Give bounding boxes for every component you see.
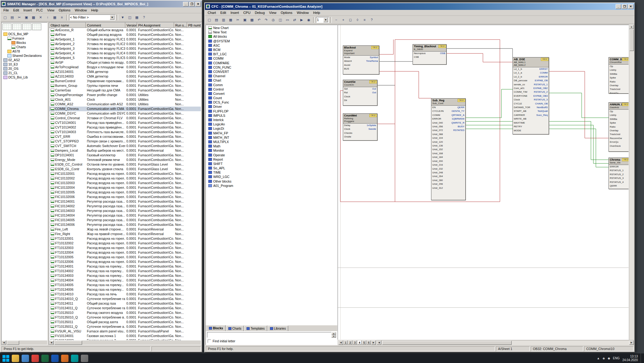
sheet-icon[interactable]: ◊ [354, 17, 361, 23]
zoom-combobox[interactable]: 1 ▼ [316, 17, 329, 23]
menu-cpu[interactable]: CPU [241, 10, 252, 15]
menu-insert[interactable]: Insert [228, 10, 241, 15]
tree-item-blocks[interactable]: Blocks [2, 40, 47, 45]
block-port-row[interactable]: Unst_232 [431, 167, 465, 171]
function-block-sub-reg[interactable]: Sub_RegSub_ContOB32ENQERRCYCLE/INGENTA_T… [431, 98, 466, 200]
scroll-left-icon[interactable]: ◀ [2, 340, 6, 345]
canvas-vertical-scrollbar[interactable]: ▲ [629, 25, 634, 340]
block-port-row[interactable]: Listrip [609, 68, 629, 72]
table-row[interactable]: AirSetpoint_4Уставка по воздуху FLIC40.0… [49, 51, 201, 56]
tree-item-charts[interactable]: Charts [2, 45, 47, 49]
block-port-row[interactable]: Unst_088 [431, 133, 465, 136]
table-row[interactable]: FT10132001Расход воздуха на горел...0.00… [49, 236, 201, 241]
sheet-page-2[interactable]: 2 [348, 340, 352, 344]
tree-item-20-os[interactable]: 20_OS [2, 66, 47, 71]
catalog-item-report[interactable]: Report [206, 157, 337, 162]
block-port-row[interactable]: Unst_072RSTATED [431, 129, 465, 132]
block-port-row[interactable]: ClockSeedle [343, 127, 377, 131]
language-indicator[interactable]: ENG [613, 357, 620, 360]
catalog-item-count[interactable]: Count [206, 96, 337, 100]
block-port-row[interactable]: ERROR1QBRMSW [431, 117, 465, 121]
block-port-row[interactable]: Ld_2_bERROR [513, 75, 549, 79]
block-port-row[interactable]: ErrorQu [609, 91, 629, 94]
block-port-row[interactable]: Unst_168 [431, 152, 465, 155]
menu-window[interactable]: Window [73, 8, 89, 13]
maximize-button[interactable]: ❐ [189, 2, 195, 6]
catalog-item-compare[interactable]: COMPARE [206, 61, 337, 65]
new-icon[interactable]: ▢ [2, 15, 8, 20]
tree-item-dcs-boi-mp[interactable]: DCS_Boi_MP [2, 32, 47, 36]
block-port-row[interactable]: RSTATUS_2 [609, 173, 629, 176]
tab-charts[interactable]: Charts [226, 326, 244, 331]
catalog-item-math-int[interactable]: MATH_INT [206, 135, 337, 140]
block-port-row[interactable]: SIMBa [609, 72, 629, 76]
block-port-row[interactable]: Unst_120 [431, 140, 465, 144]
table-row[interactable]: FVSUR_AL_VISUFurnace alarm panel visu...… [49, 329, 201, 334]
table-row[interactable]: FT10135010_QСуточное потребление в...0.0… [49, 315, 201, 320]
table-row[interactable]: FT10132002Расход воздуха на горел...0.00… [49, 241, 201, 246]
scroll-up-icon[interactable]: ▲ [629, 25, 634, 29]
menu-plc[interactable]: PLC [34, 8, 45, 13]
tree-item-dcs-boi-lib[interactable]: DCS_Boi_Lib [2, 75, 47, 79]
table-row[interactable]: CVT_ERRОшибка в согласовании...0.0001Fur… [49, 134, 201, 139]
chart-thumbnail[interactable] [32, 23, 41, 30]
scrollbar-thumb[interactable] [7, 341, 19, 345]
catalog-item-con-func[interactable]: CON_FUNC [206, 65, 337, 70]
catalog-item-driver[interactable]: Driver [206, 104, 337, 109]
table-row[interactable]: FIC10132002Расход воздуха на горел...0.0… [49, 176, 201, 181]
catalog-item-control[interactable]: Control [206, 87, 337, 91]
catalog-item-all-blocks[interactable]: All blocks [206, 34, 337, 39]
block-search-input[interactable] [207, 332, 331, 338]
function-block-countse[interactable]: CountSeCountOnOB32SetOutRstOutClockDir [343, 80, 377, 106]
table-row[interactable]: AirSPОбщая уставка по возду...0.0001Furn… [49, 60, 201, 65]
block-port-row[interactable]: Unst_184 [431, 155, 465, 159]
column-header-run-s-[interactable]: Run s... [174, 23, 187, 28]
block-port-row[interactable]: RstOut [343, 91, 377, 95]
scrollbar-thumb[interactable] [382, 341, 512, 345]
overview-icon[interactable]: ◻ [347, 17, 354, 23]
table-row[interactable]: FT10132006Расход воздуха на горел...0.00… [49, 260, 201, 264]
taskbar-tools-icon[interactable] [71, 355, 78, 362]
menu-debug[interactable]: Debug [253, 10, 267, 15]
scrollbar-thumb[interactable] [629, 29, 634, 51]
catalog-item-convert[interactable]: Convert [206, 91, 337, 96]
table-row[interactable]: FT10134004Расход газа на горелку...0.000… [49, 278, 201, 283]
block-port-row[interactable]: ErrorQu [609, 140, 629, 144]
block-port-row[interactable]: AbsentTimeRema [343, 59, 379, 63]
block-port-row[interactable]: Overlap [609, 129, 629, 133]
menu-window[interactable]: Window [295, 10, 311, 15]
catalog-item-asc[interactable]: ASC [206, 43, 337, 48]
menu-view[interactable]: View [45, 8, 57, 13]
spin-down-icon[interactable]: ▼ [331, 335, 336, 338]
block-port-row[interactable]: CARRIERSucc_Req [513, 113, 549, 117]
block-port-row[interactable]: DB_percuseEXPAB_OB [513, 79, 549, 82]
table-row[interactable]: CarrierGasНесущий газ для СМА0.0001Furna… [49, 88, 201, 93]
layers-icon[interactable]: ≡ [361, 17, 368, 23]
start-button[interactable] [2, 354, 10, 362]
taskbar-browser-icon[interactable] [22, 355, 29, 362]
tray-chevron-icon[interactable]: ▲ [597, 357, 600, 360]
catalog-item-math[interactable]: Math [206, 144, 337, 148]
table-row[interactable]: FIC10132005Расход воздуха на горел...0.0… [49, 190, 201, 195]
chevron-down-icon[interactable]: ▼ [323, 18, 328, 22]
chart-icon[interactable]: ▭ [284, 17, 291, 23]
table-row[interactable]: AirSetpoint_2Уставка по воздуху FLIC20.0… [49, 42, 201, 46]
menu-view[interactable]: View [267, 10, 279, 15]
sheet-prev-icon[interactable]: ◀ [339, 340, 343, 345]
windows-icon[interactable]: ◫ [127, 15, 133, 20]
cut-icon[interactable]: ✂ [16, 15, 23, 20]
table-row[interactable]: FIC10132004Расход воздуха на горел...0.0… [49, 185, 201, 190]
block-port-row[interactable]: NecropsusOSB [413, 52, 446, 55]
block-port-row[interactable]: Unst_056BUSY [431, 125, 465, 129]
block-port-row[interactable]: Unst_104 [431, 136, 465, 140]
function-block-blackout[interactable]: BlackoutExpandImportantOB32ModeSymbolAbs… [343, 45, 379, 74]
taskbar-notes-icon[interactable] [81, 355, 88, 362]
block-port-row[interactable]: CYCLECHAIN_OB [513, 102, 549, 106]
catalog-item-new-chart[interactable]: New Chart [206, 26, 337, 30]
copy-icon[interactable]: ▣ [242, 17, 248, 23]
table-row[interactable]: Clock_A01Clock0.0001UtilitiesNon... [49, 97, 201, 102]
cfc-titlebar[interactable]: CFC - [COMM_Chroma -- 01_K01\Furnace\Com… [205, 3, 634, 10]
catalog-item-comm[interactable]: COMM [206, 56, 337, 61]
block-port-row[interactable]: SIMBa [609, 117, 629, 121]
catalog-item-so-apl[interactable]: So_APL [206, 166, 337, 170]
